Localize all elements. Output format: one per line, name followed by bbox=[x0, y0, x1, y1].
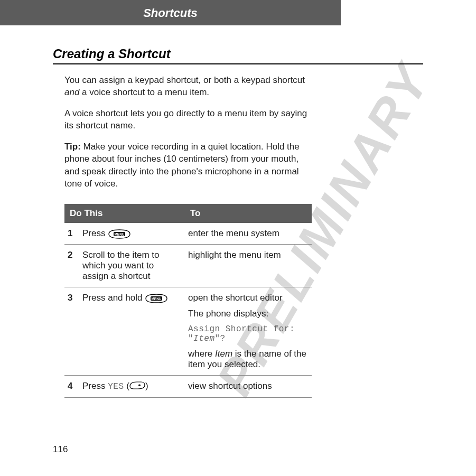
paragraph-1: You can assign a keypad shortcut, or bot… bbox=[53, 74, 312, 99]
menu-key-icon: MENU bbox=[108, 228, 131, 239]
tip-body: Make your voice recording in a quiet loc… bbox=[64, 142, 300, 189]
step3-code-quote-b: "? bbox=[215, 334, 226, 343]
step4-do-a: Press bbox=[82, 381, 108, 391]
step-do: Press YES ( ) bbox=[79, 376, 185, 398]
section-title: Creating a Shortcut bbox=[53, 46, 423, 64]
step4-do-c: ) bbox=[145, 381, 148, 391]
chapter-header: Shortcuts bbox=[0, 0, 341, 25]
step3-where-item: Item bbox=[215, 349, 232, 359]
step-do: Scroll to the item to which you want to … bbox=[79, 245, 185, 287]
table-row: 4 Press YES ( ) view shortcut options bbox=[64, 376, 312, 398]
step3-to-b: The phone displays: bbox=[188, 309, 309, 319]
step-index: 4 bbox=[64, 376, 79, 398]
table-head-do: Do This bbox=[64, 204, 185, 223]
paragraph-3: Tip: Make your voice recording in a quie… bbox=[53, 141, 312, 190]
step-index: 1 bbox=[64, 223, 79, 245]
tip-label: Tip: bbox=[64, 142, 81, 152]
step3-code-item: Item bbox=[193, 334, 214, 343]
step-to: view shortcut options bbox=[185, 376, 312, 398]
step-to: open the shortcut editor The phone displ… bbox=[185, 287, 312, 376]
menu-key-icon: MENU bbox=[145, 293, 168, 304]
page-number: 116 bbox=[53, 444, 68, 455]
paragraph-2: A voice shortcut lets you go directly to… bbox=[53, 107, 312, 132]
table-row: 2 Scroll to the item to which you want t… bbox=[64, 245, 312, 287]
step-index: 3 bbox=[64, 287, 79, 376]
step4-yes: YES bbox=[108, 382, 124, 391]
svg-text:MENU: MENU bbox=[152, 297, 162, 301]
table-row: 3 Press and hold MENU open the short bbox=[64, 287, 312, 376]
table-row: 1 Press MENU enter the menu system bbox=[64, 223, 312, 245]
step-index: 2 bbox=[64, 245, 79, 287]
svg-point-4 bbox=[138, 385, 141, 386]
step3-code: Assign Shortcut for: "Item"? bbox=[188, 324, 309, 343]
step3-to-d: where Item is the name of the item you s… bbox=[188, 349, 309, 370]
para1-part-a: You can assign a keypad shortcut, or bot… bbox=[64, 75, 305, 85]
page-content: Creating a Shortcut You can assign a key… bbox=[0, 25, 476, 398]
step-do: Press MENU bbox=[79, 223, 185, 245]
step3-code-quote-a: " bbox=[188, 334, 193, 343]
step3-where-a: where bbox=[188, 349, 215, 359]
step3-code-line1: Assign Shortcut for: bbox=[188, 324, 295, 334]
step1-do-text: Press bbox=[82, 228, 108, 238]
table-head-to: To bbox=[185, 204, 312, 223]
softkey-icon bbox=[129, 381, 145, 392]
para1-part-b: a voice shortcut to a menu item. bbox=[79, 87, 209, 97]
chapter-title: Shortcuts bbox=[143, 6, 198, 20]
para1-and: and bbox=[64, 87, 79, 97]
step-to: enter the menu system bbox=[185, 223, 312, 245]
step3-do-text: Press and hold bbox=[82, 293, 145, 303]
steps-table: Do This To 1 Press MENU bbox=[53, 204, 312, 398]
step3-to-a: open the shortcut editor bbox=[188, 293, 309, 303]
step-do: Press and hold MENU bbox=[79, 287, 185, 376]
svg-text:MENU: MENU bbox=[115, 232, 125, 236]
step4-do-b: ( bbox=[124, 381, 129, 391]
step-to: highlight the menu item bbox=[185, 245, 312, 287]
